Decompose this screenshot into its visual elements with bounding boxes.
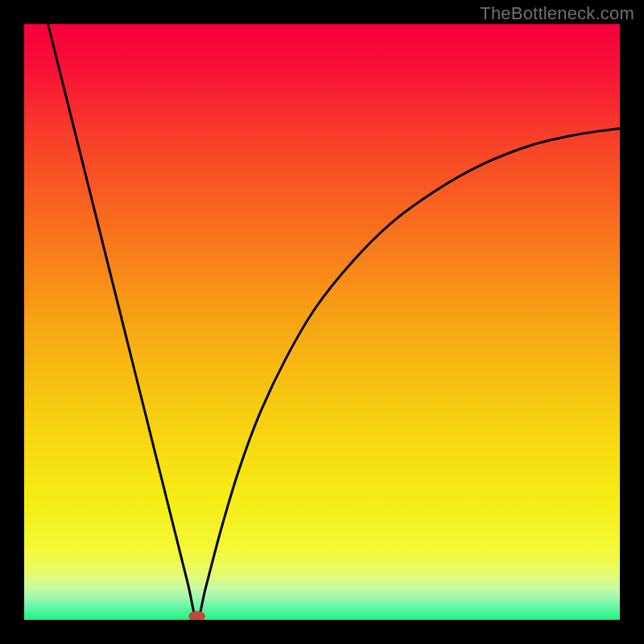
plot-area xyxy=(24,24,620,620)
bottleneck-chart xyxy=(24,24,620,620)
chart-frame: TheBottleneck.com xyxy=(0,0,644,644)
watermark-text: TheBottleneck.com xyxy=(480,3,634,24)
gradient-background xyxy=(24,24,620,620)
